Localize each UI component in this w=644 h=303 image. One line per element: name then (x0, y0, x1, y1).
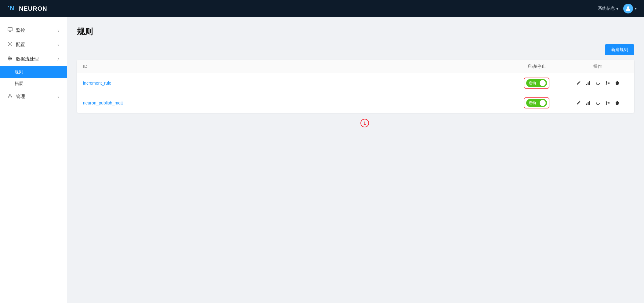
system-info-label: 系统信息 (598, 6, 615, 11)
system-info-button[interactable]: 系统信息 ▾ (598, 6, 618, 11)
config-arrow: ∨ (57, 43, 60, 47)
sidebar-item-dataflow[interactable]: 数据流处理 ∧ (0, 52, 67, 66)
edit-icon-1[interactable] (576, 81, 581, 86)
refresh-icon-1[interactable] (595, 81, 600, 86)
sidebar-label-monitor: 监控 (16, 27, 25, 33)
refresh-icon-2[interactable] (595, 100, 600, 105)
fork-icon-1[interactable] (605, 81, 610, 86)
col-id: ID (83, 64, 506, 69)
table-row: increment_rule 启动 (77, 73, 634, 93)
logo-text: NEURON (19, 5, 47, 12)
actions-cell-1 (567, 81, 628, 86)
main-layout: 监控 ∨ 配置 ∨ 数据流处理 ∧ (0, 17, 644, 303)
svg-rect-15 (589, 101, 590, 105)
toggle-knob-1 (540, 80, 546, 86)
svg-point-11 (606, 84, 607, 85)
toggle-label-1: 启动 (529, 81, 536, 86)
svg-rect-2 (8, 27, 12, 31)
config-icon (7, 41, 13, 48)
svg-point-5 (9, 43, 11, 45)
rule-name-2[interactable]: neuron_publish_mqtt (83, 100, 506, 105)
sidebar-item-config[interactable]: 配置 ∨ (0, 38, 67, 52)
logo: 'N NEURON (7, 3, 47, 14)
svg-point-1 (627, 6, 629, 9)
management-icon (7, 93, 13, 100)
app-header: 'N NEURON 系统信息 ▾ ▾ (0, 0, 644, 17)
sidebar-label-management: 管理 (16, 94, 25, 100)
svg-point-17 (606, 104, 607, 105)
delete-icon-1[interactable] (615, 81, 619, 86)
pagination-badge[interactable]: 1 (360, 119, 369, 127)
col-actions: 操作 (567, 64, 628, 69)
sidebar-item-rules[interactable]: 规则 (0, 66, 67, 78)
actions-cell-2 (567, 100, 628, 105)
user-area[interactable]: ▾ (623, 4, 637, 13)
svg-point-10 (606, 82, 607, 82)
col-status: 启动/停止 (506, 64, 567, 69)
toggle-switch-2[interactable]: 启动 (526, 99, 547, 107)
user-chevron: ▾ (635, 6, 637, 11)
sidebar-label-expand: 拓展 (15, 81, 23, 86)
svg-rect-9 (589, 81, 590, 85)
svg-point-6 (9, 94, 11, 96)
table-row: neuron_publish_mqtt 启动 (77, 93, 634, 113)
sidebar-label-dataflow: 数据流处理 (16, 56, 39, 62)
toggle-highlight-2: 启动 (524, 97, 549, 108)
svg-text:'N: 'N (8, 5, 14, 11)
toolbar: 新建规则 (77, 44, 634, 55)
main-content: 规则 新建规则 ID 启动/停止 操作 increment_rule 启动 (67, 17, 644, 303)
monitor-arrow: ∨ (57, 28, 60, 33)
rules-table: ID 启动/停止 操作 increment_rule 启动 (77, 60, 634, 113)
new-rule-button[interactable]: 新建规则 (605, 44, 634, 55)
toggle-switch-1[interactable]: 启动 (526, 79, 547, 87)
sidebar-item-management[interactable]: 管理 ∨ (0, 89, 67, 104)
toggle-highlight-1: 启动 (524, 78, 549, 89)
toggle-cell-2: 启动 (506, 97, 567, 108)
svg-rect-14 (588, 102, 589, 105)
sidebar: 监控 ∨ 配置 ∨ 数据流处理 ∧ (0, 17, 67, 303)
sidebar-label-config: 配置 (16, 42, 25, 48)
toggle-cell-1: 启动 (506, 78, 567, 89)
system-info-chevron: ▾ (616, 6, 618, 11)
svg-rect-13 (586, 104, 587, 105)
sidebar-item-expand[interactable]: 拓展 (0, 78, 67, 89)
page-title: 规则 (77, 26, 634, 37)
svg-point-16 (606, 101, 607, 102)
svg-rect-8 (588, 82, 589, 85)
sidebar-label-rules: 规则 (15, 69, 23, 74)
monitor-icon (7, 27, 13, 34)
sidebar-item-monitor[interactable]: 监控 ∨ (0, 23, 67, 38)
header-right: 系统信息 ▾ ▾ (598, 4, 637, 13)
table-header: ID 启动/停止 操作 (77, 60, 634, 73)
svg-rect-7 (586, 84, 587, 85)
fork-icon-2[interactable] (605, 100, 610, 105)
toggle-label-2: 启动 (529, 100, 536, 106)
dataflow-arrow: ∧ (57, 57, 60, 61)
management-arrow: ∨ (57, 95, 60, 99)
edit-icon-2[interactable] (576, 100, 581, 105)
rule-name-1[interactable]: increment_rule (83, 81, 506, 86)
chart-icon-1[interactable] (586, 81, 591, 86)
chart-icon-2[interactable] (586, 100, 591, 105)
toggle-knob-2 (540, 100, 546, 106)
delete-icon-2[interactable] (615, 100, 619, 105)
logo-icon: 'N (7, 3, 16, 14)
dataflow-icon (7, 56, 13, 63)
avatar (623, 4, 633, 13)
